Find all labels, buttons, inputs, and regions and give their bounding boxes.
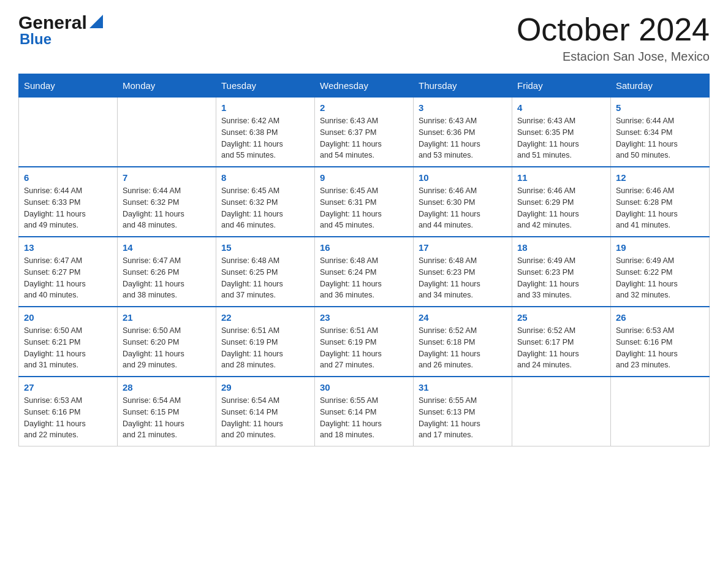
day-info: Sunrise: 6:43 AM Sunset: 6:36 PM Dayligh… (419, 115, 507, 161)
calendar-day-cell: 11Sunrise: 6:46 AM Sunset: 6:29 PM Dayli… (512, 167, 611, 237)
calendar-day-cell: 24Sunrise: 6:52 AM Sunset: 6:18 PM Dayli… (414, 307, 512, 377)
day-info: Sunrise: 6:52 AM Sunset: 6:18 PM Dayligh… (419, 325, 507, 371)
page-header: General Blue October 2024 Estacion San J… (18, 12, 710, 64)
calendar-day-cell: 8Sunrise: 6:45 AM Sunset: 6:32 PM Daylig… (216, 167, 315, 237)
logo-general: General (18, 12, 103, 33)
calendar-day-cell: 29Sunrise: 6:54 AM Sunset: 6:14 PM Dayli… (216, 377, 315, 446)
weekday-header-saturday: Saturday (611, 74, 710, 98)
day-number: 20 (24, 312, 112, 323)
day-info: Sunrise: 6:45 AM Sunset: 6:31 PM Dayligh… (320, 185, 408, 231)
day-info: Sunrise: 6:42 AM Sunset: 6:38 PM Dayligh… (221, 115, 309, 161)
day-number: 31 (419, 382, 507, 393)
day-info: Sunrise: 6:49 AM Sunset: 6:23 PM Dayligh… (517, 255, 605, 301)
weekday-header-sunday: Sunday (19, 74, 118, 98)
calendar-table: SundayMondayTuesdayWednesdayThursdayFrid… (18, 74, 710, 446)
day-info: Sunrise: 6:48 AM Sunset: 6:23 PM Dayligh… (419, 255, 507, 301)
calendar-day-cell: 5Sunrise: 6:44 AM Sunset: 6:34 PM Daylig… (611, 98, 710, 167)
month-title: October 2024 (517, 12, 710, 47)
calendar-day-cell: 2Sunrise: 6:43 AM Sunset: 6:37 PM Daylig… (315, 98, 414, 167)
calendar-day-cell: 13Sunrise: 6:47 AM Sunset: 6:27 PM Dayli… (19, 237, 118, 307)
day-number: 18 (517, 242, 605, 253)
day-number: 22 (221, 312, 309, 323)
day-number: 10 (419, 172, 507, 183)
calendar-day-cell: 17Sunrise: 6:48 AM Sunset: 6:23 PM Dayli… (414, 237, 512, 307)
calendar-day-cell: 14Sunrise: 6:47 AM Sunset: 6:26 PM Dayli… (118, 237, 216, 307)
calendar-day-cell: 7Sunrise: 6:44 AM Sunset: 6:32 PM Daylig… (118, 167, 216, 237)
day-number: 3 (419, 102, 507, 113)
day-number: 7 (123, 172, 211, 183)
day-number: 23 (320, 312, 408, 323)
calendar-day-cell: 31Sunrise: 6:55 AM Sunset: 6:13 PM Dayli… (414, 377, 512, 446)
day-info: Sunrise: 6:49 AM Sunset: 6:22 PM Dayligh… (616, 255, 704, 301)
calendar-day-cell: 16Sunrise: 6:48 AM Sunset: 6:24 PM Dayli… (315, 237, 414, 307)
logo-blue: Blue (20, 31, 51, 48)
calendar-day-cell: 12Sunrise: 6:46 AM Sunset: 6:28 PM Dayli… (611, 167, 710, 237)
calendar-day-cell: 3Sunrise: 6:43 AM Sunset: 6:36 PM Daylig… (414, 98, 512, 167)
calendar-day-cell: 27Sunrise: 6:53 AM Sunset: 6:16 PM Dayli… (19, 377, 118, 446)
weekday-header-wednesday: Wednesday (315, 74, 414, 98)
day-info: Sunrise: 6:54 AM Sunset: 6:15 PM Dayligh… (123, 395, 211, 441)
day-number: 29 (221, 382, 309, 393)
day-number: 17 (419, 242, 507, 253)
weekday-header-thursday: Thursday (414, 74, 512, 98)
calendar-week-row: 1Sunrise: 6:42 AM Sunset: 6:38 PM Daylig… (19, 98, 710, 167)
calendar-week-row: 6Sunrise: 6:44 AM Sunset: 6:33 PM Daylig… (19, 167, 710, 237)
calendar-header-row: SundayMondayTuesdayWednesdayThursdayFrid… (19, 74, 710, 98)
title-section: October 2024 Estacion San Jose, Mexico (517, 12, 710, 64)
svg-marker-0 (89, 15, 103, 28)
day-info: Sunrise: 6:48 AM Sunset: 6:25 PM Dayligh… (221, 255, 309, 301)
day-number: 15 (221, 242, 309, 253)
day-info: Sunrise: 6:47 AM Sunset: 6:26 PM Dayligh… (123, 255, 211, 301)
calendar-day-cell: 4Sunrise: 6:43 AM Sunset: 6:35 PM Daylig… (512, 98, 611, 167)
calendar-day-cell: 6Sunrise: 6:44 AM Sunset: 6:33 PM Daylig… (19, 167, 118, 237)
logo-triangle-icon (89, 15, 103, 28)
day-info: Sunrise: 6:54 AM Sunset: 6:14 PM Dayligh… (221, 395, 309, 441)
calendar-day-cell: 30Sunrise: 6:55 AM Sunset: 6:14 PM Dayli… (315, 377, 414, 446)
day-info: Sunrise: 6:55 AM Sunset: 6:14 PM Dayligh… (320, 395, 408, 441)
calendar-week-row: 27Sunrise: 6:53 AM Sunset: 6:16 PM Dayli… (19, 377, 710, 446)
logo-text: General (18, 12, 87, 33)
day-number: 4 (517, 102, 605, 113)
calendar-day-cell (118, 98, 216, 167)
day-info: Sunrise: 6:52 AM Sunset: 6:17 PM Dayligh… (517, 325, 605, 371)
day-info: Sunrise: 6:50 AM Sunset: 6:20 PM Dayligh… (123, 325, 211, 371)
day-number: 9 (320, 172, 408, 183)
day-info: Sunrise: 6:43 AM Sunset: 6:37 PM Dayligh… (320, 115, 408, 161)
day-number: 8 (221, 172, 309, 183)
calendar-day-cell: 1Sunrise: 6:42 AM Sunset: 6:38 PM Daylig… (216, 98, 315, 167)
weekday-header-monday: Monday (118, 74, 216, 98)
calendar-day-cell: 21Sunrise: 6:50 AM Sunset: 6:20 PM Dayli… (118, 307, 216, 377)
day-info: Sunrise: 6:53 AM Sunset: 6:16 PM Dayligh… (24, 395, 112, 441)
day-info: Sunrise: 6:51 AM Sunset: 6:19 PM Dayligh… (221, 325, 309, 371)
day-info: Sunrise: 6:44 AM Sunset: 6:33 PM Dayligh… (24, 185, 112, 231)
day-number: 1 (221, 102, 309, 113)
calendar-day-cell: 20Sunrise: 6:50 AM Sunset: 6:21 PM Dayli… (19, 307, 118, 377)
day-info: Sunrise: 6:55 AM Sunset: 6:13 PM Dayligh… (419, 395, 507, 441)
day-number: 2 (320, 102, 408, 113)
day-number: 16 (320, 242, 408, 253)
day-info: Sunrise: 6:44 AM Sunset: 6:32 PM Dayligh… (123, 185, 211, 231)
day-info: Sunrise: 6:43 AM Sunset: 6:35 PM Dayligh… (517, 115, 605, 161)
day-info: Sunrise: 6:46 AM Sunset: 6:30 PM Dayligh… (419, 185, 507, 231)
day-info: Sunrise: 6:51 AM Sunset: 6:19 PM Dayligh… (320, 325, 408, 371)
calendar-day-cell: 9Sunrise: 6:45 AM Sunset: 6:31 PM Daylig… (315, 167, 414, 237)
calendar-day-cell (512, 377, 611, 446)
day-number: 28 (123, 382, 211, 393)
weekday-header-tuesday: Tuesday (216, 74, 315, 98)
day-info: Sunrise: 6:50 AM Sunset: 6:21 PM Dayligh… (24, 325, 112, 371)
calendar-day-cell (19, 98, 118, 167)
day-number: 6 (24, 172, 112, 183)
day-number: 14 (123, 242, 211, 253)
day-info: Sunrise: 6:45 AM Sunset: 6:32 PM Dayligh… (221, 185, 309, 231)
day-number: 11 (517, 172, 605, 183)
day-info: Sunrise: 6:46 AM Sunset: 6:29 PM Dayligh… (517, 185, 605, 231)
location: Estacion San Jose, Mexico (517, 50, 710, 64)
calendar-day-cell: 25Sunrise: 6:52 AM Sunset: 6:17 PM Dayli… (512, 307, 611, 377)
calendar-day-cell: 22Sunrise: 6:51 AM Sunset: 6:19 PM Dayli… (216, 307, 315, 377)
logo: General Blue (18, 12, 103, 48)
day-number: 19 (616, 242, 704, 253)
day-info: Sunrise: 6:44 AM Sunset: 6:34 PM Dayligh… (616, 115, 704, 161)
day-info: Sunrise: 6:46 AM Sunset: 6:28 PM Dayligh… (616, 185, 704, 231)
calendar-day-cell: 19Sunrise: 6:49 AM Sunset: 6:22 PM Dayli… (611, 237, 710, 307)
weekday-header-friday: Friday (512, 74, 611, 98)
